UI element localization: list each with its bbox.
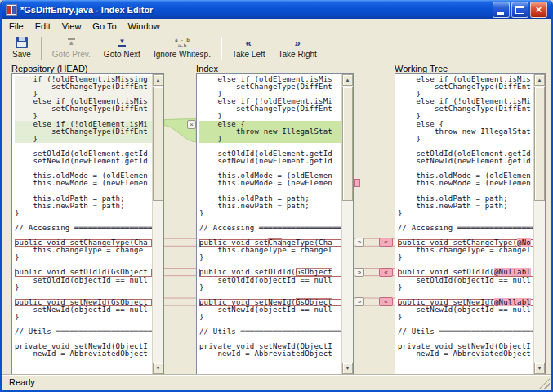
code-line: this.changeType = changeT xyxy=(398,247,533,254)
take-left-label: Take Left xyxy=(232,50,265,59)
code-line: newId = AbbreviatedObject xyxy=(15,350,152,358)
scroll-up-button[interactable]: ▲ xyxy=(153,74,163,86)
code-line: } xyxy=(398,136,533,143)
goto-prev-label: Goto Prev. xyxy=(52,50,91,59)
minimize-icon xyxy=(497,12,504,15)
scroll-down-button[interactable]: ▼ xyxy=(153,363,163,374)
code-line: setOldId(objectId == null xyxy=(199,277,341,284)
code-line: setOldId(objectId == null xyxy=(15,277,152,284)
menu-file[interactable]: File xyxy=(3,20,29,33)
code-line: // Accessing ══════════════════════════ xyxy=(15,225,152,232)
code-line: // Accessing ══════════════════════════ xyxy=(199,225,341,232)
status-bar: Ready xyxy=(2,374,551,390)
scroll-thumb[interactable] xyxy=(153,87,163,201)
code-line: } xyxy=(15,254,152,261)
scroll-up-button[interactable]: ▲ xyxy=(342,74,353,86)
scroll-thumb[interactable] xyxy=(342,87,353,201)
code-line: newId = AbbreviatedObject xyxy=(199,350,341,358)
code-line: } xyxy=(199,136,341,143)
scrollbar-working-tree[interactable]: ▲ ▼ xyxy=(533,74,545,374)
copy-right-button[interactable]: » xyxy=(355,297,364,306)
menu-goto[interactable]: Go To xyxy=(87,20,122,33)
title-bar[interactable]: *GsDiffEntry.java - Index Editor × xyxy=(2,0,551,19)
take-right-icon: » xyxy=(295,38,301,48)
code-view-working-tree[interactable]: else if (oldElement.isMis setChangeType(… xyxy=(395,74,533,374)
code-line: newId = AbbreviatedObject xyxy=(398,350,533,358)
scroll-up-button[interactable]: ▲ xyxy=(534,74,545,86)
diff-editor: Repository (HEAD) Index Working Tree if … xyxy=(2,64,551,374)
code-line: // Accessing ══════════════════════════ xyxy=(398,225,533,232)
code-line: setOldId(objectId == null xyxy=(398,277,533,284)
toolbar: Save ▲ Goto Prev. ▼ Goto Next a - ba-b I… xyxy=(2,33,551,64)
resize-grip[interactable] xyxy=(539,378,550,389)
goto-prev-button[interactable]: ▲ Goto Prev. xyxy=(46,34,97,60)
code-line: } xyxy=(398,210,533,217)
menu-window[interactable]: Window xyxy=(123,20,166,33)
code-line: } xyxy=(15,284,152,292)
copy-left-button[interactable]: « xyxy=(379,297,393,306)
status-text: Ready xyxy=(9,377,35,387)
menu-bar: File Edit View Go To Window xyxy=(2,19,551,33)
take-left-icon: « xyxy=(246,38,252,48)
scroll-thumb[interactable] xyxy=(534,87,545,201)
code-line: // Utils ═══════════════════════════════ xyxy=(398,328,533,336)
inline-diff-highlight: @Nullabl xyxy=(494,268,531,276)
code-view-index[interactable]: else if (oldElement.isMis setChangeType(… xyxy=(197,74,341,374)
diff-connector-right xyxy=(354,74,395,375)
goto-next-label: Goto Next xyxy=(104,50,140,59)
code-line: setNewId(newElement.getId xyxy=(15,158,152,165)
save-button[interactable]: Save xyxy=(6,34,38,60)
code-line: this.newMode = (newElemen xyxy=(398,180,533,187)
scroll-down-button[interactable]: ▼ xyxy=(342,363,353,374)
code-line: } xyxy=(15,314,152,321)
code-line: } xyxy=(15,136,152,143)
menu-edit[interactable]: Edit xyxy=(29,20,56,33)
copy-right-button[interactable]: » xyxy=(355,268,364,277)
code-line: // Utils ═══════════════════════════════ xyxy=(15,328,152,336)
code-line: this.newMode = (newElemen xyxy=(15,180,152,187)
code-line: this.newMode = (newElemen xyxy=(199,180,341,187)
toolbar-separator xyxy=(41,37,42,60)
ignore-whitespace-icon: a - ba-b xyxy=(175,37,190,48)
diff-connector-left xyxy=(164,74,196,375)
ignore-whitespace-label: Ignore Whitesp. xyxy=(154,50,211,59)
window-controls: × xyxy=(493,2,547,18)
pane-title-working-tree: Working Tree xyxy=(395,64,448,74)
code-line: } xyxy=(398,254,533,261)
scrollbar-index[interactable]: ▲ ▼ xyxy=(341,74,353,374)
code-line: setNewId(newElement.getId xyxy=(398,158,533,165)
maximize-icon xyxy=(515,6,524,14)
scrollbar-repository[interactable]: ▲ ▼ xyxy=(152,74,163,374)
take-right-button[interactable]: » Take Right xyxy=(272,34,323,60)
pane-title-repository: Repository (HEAD) xyxy=(11,64,88,74)
copy-left-button[interactable]: « xyxy=(379,238,393,247)
code-line: this.newPath = path; xyxy=(199,203,341,210)
close-icon: × xyxy=(531,2,546,17)
goto-prev-icon: ▲ xyxy=(68,38,75,47)
take-right-label: Take Right xyxy=(279,50,317,59)
copy-right-button[interactable]: » xyxy=(355,238,364,247)
take-left-button[interactable]: « Take Left xyxy=(225,34,272,60)
dismiss-change-button[interactable]: × xyxy=(187,120,196,129)
copy-left-button[interactable]: « xyxy=(379,268,393,277)
ignore-whitespace-button[interactable]: a - ba-b Ignore Whitesp. xyxy=(147,34,217,60)
code-line: setNewId(objectId == null xyxy=(199,306,341,314)
code-line: } xyxy=(199,210,341,217)
maximize-button[interactable] xyxy=(511,2,528,18)
diff-gutter-right: » « » « » « xyxy=(354,74,395,375)
code-line: } xyxy=(398,314,533,321)
diff-pane-index: else if (oldElement.isMis setChangeType(… xyxy=(196,74,354,375)
close-button[interactable]: × xyxy=(530,2,547,18)
code-line: } xyxy=(199,314,341,321)
scroll-down-button[interactable]: ▼ xyxy=(534,363,545,374)
menu-view[interactable]: View xyxy=(56,20,87,33)
code-line: this.newPath = path; xyxy=(15,203,152,210)
pane-title-index: Index xyxy=(196,64,218,74)
diff-gutter-left: × xyxy=(164,74,196,375)
code-view-repository[interactable]: if (!oldElement.isMissing setChangeType(… xyxy=(12,74,152,374)
diff-pane-working-tree: else if (oldElement.isMis setChangeType(… xyxy=(395,74,546,375)
code-line: } xyxy=(15,210,152,217)
app-window: *GsDiffEntry.java - Index Editor × File … xyxy=(0,0,553,392)
minimize-button[interactable] xyxy=(493,2,510,18)
goto-next-button[interactable]: ▼ Goto Next xyxy=(97,34,147,60)
